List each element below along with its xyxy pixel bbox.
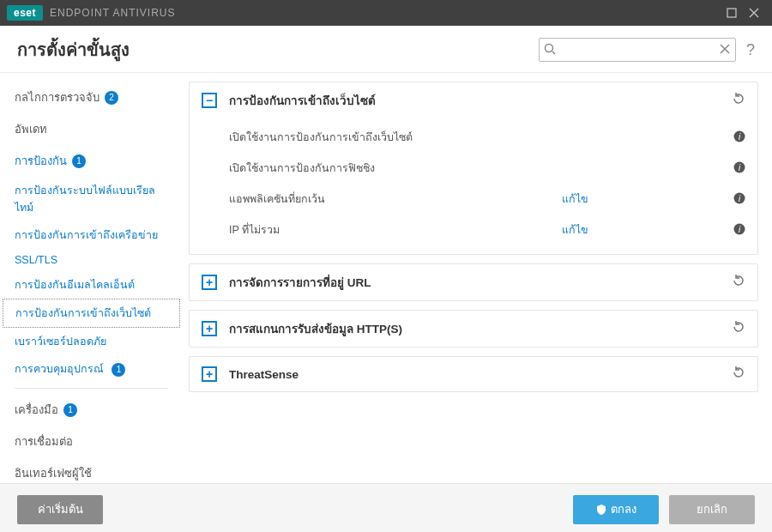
close-button[interactable] (743, 2, 765, 24)
sidebar-item-tools[interactable]: เครื่องมือ 1 (3, 394, 180, 426)
sidebar-item-label: อินเทอร์เฟซผู้ใช้ (15, 464, 92, 482)
row-excluded-ips: IP ที่ไม่รวม แก้ไข i (229, 215, 745, 245)
sidebar-sub-device-control[interactable]: การควบคุมอุปกรณ์ 1 (3, 355, 180, 383)
sidebar: กลไกการตรวจจับ 2 อัพเดท การป้องกัน 1 การ… (0, 73, 180, 483)
panel-threatsense: + ThreatSense (189, 356, 758, 392)
panel-title: การสแกนการรับส่งข้อมูล HTTP(S) (229, 319, 732, 338)
search-icon (544, 43, 556, 58)
row-excluded-apps: แอพพลิเคชันที่ยกเว้น แก้ไข i (229, 184, 745, 215)
info-icon[interactable]: i (733, 130, 745, 145)
cancel-button[interactable]: ยกเลิก (669, 495, 755, 524)
sidebar-item-label: อัพเดท (15, 120, 47, 138)
reset-icon[interactable] (732, 92, 745, 109)
product-name: ENDPOINT ANTIVIRUS (50, 7, 175, 19)
help-icon[interactable]: ? (746, 41, 755, 59)
row-label: IP ที่ไม่รวม (229, 221, 562, 239)
info-icon[interactable]: i (733, 223, 745, 238)
sidebar-item-label: กลไกการตรวจจับ (15, 88, 100, 106)
panel-header[interactable]: + ThreatSense (190, 357, 757, 391)
panel-title: การจัดการรายการที่อยู่ URL (229, 273, 732, 292)
title-bar: eset ENDPOINT ANTIVIRUS (0, 0, 772, 26)
search-input[interactable] (539, 38, 736, 62)
sidebar-sub-ssltls[interactable]: SSL/TLS (3, 249, 180, 271)
row-enable-phishing-protection: เปิดใช้งานการป้องกันการฟิชชิง i (229, 153, 745, 184)
divider (15, 388, 168, 389)
brand-logo: eset (7, 5, 43, 21)
svg-point-1 (545, 45, 552, 52)
page-title: การตั้งค่าขั้นสูง (17, 36, 539, 63)
sidebar-item-label: การป้องกัน (15, 152, 67, 170)
panel-body: เปิดใช้งานการป้องกันการเข้าถึงเว็บไซต์ i… (190, 118, 757, 254)
panel-url-list-management: + การจัดการรายการที่อยู่ URL (189, 263, 758, 301)
badge: 1 (72, 154, 86, 168)
collapse-icon[interactable]: − (202, 93, 217, 108)
sidebar-item-connection[interactable]: การเชื่อมต่อ (3, 426, 180, 457)
badge: 1 (63, 403, 77, 417)
svg-rect-0 (727, 9, 736, 17)
footer: ค่าเริ่มต้น ตกลง ยกเลิก (0, 483, 772, 532)
sidebar-sub-web-access[interactable]: การป้องกันการเข้าถึงเว็บไซต์ (3, 299, 180, 328)
panel-title: การป้องกันการเข้าถึงเว็บไซต์ (229, 91, 732, 110)
sidebar-sub-safe-browser[interactable]: เบราว์เซอร์ปลอดภัย (3, 328, 180, 355)
defaults-button[interactable]: ค่าเริ่มต้น (17, 495, 103, 524)
sidebar-sub-realtime[interactable]: การป้องกันระบบไฟล์แบบเรียลไทม์ (3, 177, 180, 221)
button-label: ตกลง (611, 500, 636, 518)
reset-icon[interactable] (732, 274, 745, 291)
sidebar-sub-network[interactable]: การป้องกันการเข้าถึงเครือข่าย (3, 221, 180, 249)
search-wrap (539, 38, 736, 62)
edit-link[interactable]: แก้ไข (562, 190, 725, 208)
reset-icon[interactable] (732, 320, 745, 337)
info-icon[interactable]: i (733, 192, 745, 207)
expand-icon[interactable]: + (202, 366, 217, 382)
sidebar-item-label: การเชื่อมต่อ (15, 432, 73, 450)
expand-icon[interactable]: + (202, 321, 217, 336)
sidebar-item-protections[interactable]: การป้องกัน 1 (3, 145, 180, 177)
maximize-button[interactable] (721, 2, 743, 24)
panel-header[interactable]: + การจัดการรายการที่อยู่ URL (190, 264, 757, 300)
sidebar-item-detection-engine[interactable]: กลไกการตรวจจับ 2 (3, 82, 180, 113)
edit-link[interactable]: แก้ไข (562, 221, 725, 239)
header: การตั้งค่าขั้นสูง ? (0, 26, 772, 73)
badge: 2 (105, 91, 118, 105)
info-icon[interactable]: i (733, 161, 745, 176)
row-enable-web-protection: เปิดใช้งานการป้องกันการเข้าถึงเว็บไซต์ i (229, 122, 745, 153)
badge: 1 (112, 363, 125, 377)
reset-icon[interactable] (732, 366, 745, 383)
ok-button[interactable]: ตกลง (573, 495, 659, 524)
row-label: เปิดใช้งานการป้องกันการฟิชชิง (229, 160, 562, 177)
sidebar-item-label: เครื่องมือ (15, 401, 58, 419)
clear-search-icon[interactable] (719, 43, 731, 58)
expand-icon[interactable]: + (202, 275, 217, 290)
panel-title: ThreatSense (229, 368, 732, 381)
panel-header[interactable]: − การป้องกันการเข้าถึงเว็บไซต์ (190, 82, 757, 118)
panel-web-access-protection: − การป้องกันการเข้าถึงเว็บไซต์ เปิดใช้งา… (189, 82, 758, 255)
panel-header[interactable]: + การสแกนการรับส่งข้อมูล HTTP(S) (190, 311, 757, 347)
shield-icon (595, 504, 607, 516)
main-content: − การป้องกันการเข้าถึงเว็บไซต์ เปิดใช้งา… (180, 73, 772, 483)
sidebar-item-update[interactable]: อัพเดท (3, 113, 180, 145)
sidebar-sub-email[interactable]: การป้องกันอีเมลไคลเอ็นต์ (3, 271, 180, 299)
sidebar-item-label: การควบคุมอุปกรณ์ (15, 363, 104, 375)
row-label: เปิดใช้งานการป้องกันการเข้าถึงเว็บไซต์ (229, 129, 562, 146)
panel-https-scanning: + การสแกนการรับส่งข้อมูล HTTP(S) (189, 310, 758, 348)
sidebar-item-ui[interactable]: อินเทอร์เฟซผู้ใช้ (3, 457, 180, 483)
row-label: แอพพลิเคชันที่ยกเว้น (229, 190, 562, 208)
